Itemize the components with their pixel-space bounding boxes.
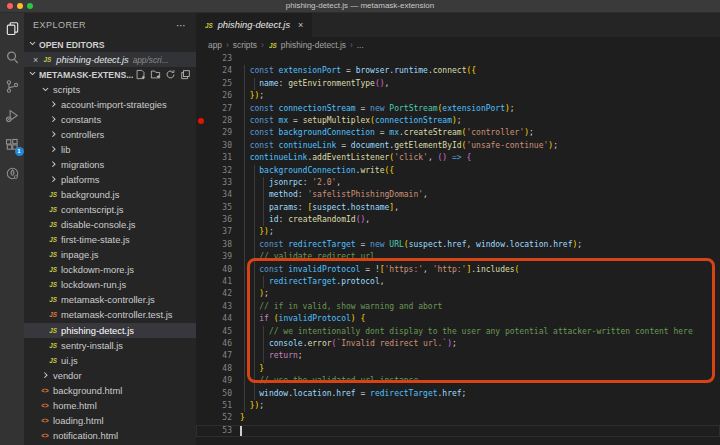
tree-item-loading-html[interactable]: <>loading.html xyxy=(24,413,196,428)
code-line-49[interactable]: 49 // use the validated url instance xyxy=(196,375,720,387)
line-number[interactable]: 38 xyxy=(206,239,232,251)
breadcrumb-item[interactable]: app xyxy=(208,40,222,50)
tree-item-first-time-state-js[interactable]: JSfirst-time-state.js xyxy=(24,232,196,247)
code-text[interactable]: }); xyxy=(232,90,720,102)
line-number[interactable]: 26 xyxy=(206,90,232,102)
breakpoint-gutter[interactable] xyxy=(196,326,206,338)
code-text[interactable]: ); xyxy=(232,288,720,300)
code-line-38[interactable]: 38 const redirectTarget = new URL(suspec… xyxy=(196,239,720,251)
code-text[interactable]: const redirectTarget = new URL(suspect.h… xyxy=(232,239,720,251)
zoom-window-button[interactable] xyxy=(27,3,33,9)
line-number[interactable]: 37 xyxy=(206,226,232,238)
collapse-all-icon[interactable] xyxy=(180,69,191,80)
breakpoint-gutter[interactable] xyxy=(196,288,206,300)
line-number[interactable]: 48 xyxy=(206,363,232,375)
code-line-33[interactable]: 33 jsonrpc: '2.0', xyxy=(196,177,720,189)
code-text[interactable]: // validate redirect url xyxy=(232,251,720,263)
refresh-icon[interactable] xyxy=(165,69,176,80)
tree-item-metamask-controller-test-js[interactable]: JSmetamask-controller.test.js xyxy=(24,307,196,322)
tree-item-lockdown-run-js[interactable]: JSlockdown-run.js xyxy=(24,277,196,292)
code-text[interactable]: window.location.href = redirectTarget.hr… xyxy=(232,388,720,400)
code-line-44[interactable]: 44 if (invalidProtocol) { xyxy=(196,313,720,325)
breakpoint-gutter[interactable] xyxy=(196,202,206,214)
line-number[interactable]: 24 xyxy=(206,65,232,77)
breakpoint-gutter[interactable] xyxy=(196,338,206,350)
line-number[interactable]: 33 xyxy=(206,177,232,189)
breakpoint-gutter[interactable] xyxy=(196,90,206,102)
code-line-37[interactable]: 37 }); xyxy=(196,226,720,238)
tree-item-background-html[interactable]: <>background.html xyxy=(24,383,196,398)
code-text[interactable]: method: 'safelistPhishingDomain', xyxy=(232,189,720,201)
tree-item-migrations[interactable]: migrations xyxy=(24,157,196,172)
line-number[interactable]: 44 xyxy=(206,313,232,325)
breakpoint-gutter[interactable] xyxy=(196,313,206,325)
breakpoint-gutter[interactable] xyxy=(196,264,206,276)
code-text[interactable]: const extensionPort = browser.runtime.co… xyxy=(232,65,720,77)
line-number[interactable]: 42 xyxy=(206,288,232,300)
tree-item-ui-js[interactable]: JSui.js xyxy=(24,353,196,368)
code-line-25[interactable]: 25 name: getEnvironmentType(), xyxy=(196,78,720,90)
code-editor[interactable]: 2324 const extensionPort = browser.runti… xyxy=(196,53,720,445)
breakpoint-gutter[interactable] xyxy=(196,165,206,177)
code-text[interactable] xyxy=(232,425,720,437)
code-line-42[interactable]: 42 ); xyxy=(196,288,720,300)
line-number[interactable]: 50 xyxy=(206,388,232,400)
code-line-36[interactable]: 36 id: createRandomId(), xyxy=(196,214,720,226)
tree-item-platforms[interactable]: platforms xyxy=(24,172,196,187)
code-line-31[interactable]: 31 continueLink.addEventListener('click'… xyxy=(196,152,720,164)
breakpoint-gutter[interactable] xyxy=(196,363,206,375)
tree-item-lockdown-more-js[interactable]: JSlockdown-more.js xyxy=(24,262,196,277)
line-number[interactable]: 45 xyxy=(206,326,232,338)
breadcrumb-item[interactable]: JSphishing-detect.js xyxy=(268,40,346,50)
line-number[interactable]: 27 xyxy=(206,103,232,115)
code-text[interactable]: continueLink.addEventListener('click', (… xyxy=(232,152,720,164)
minimize-window-button[interactable] xyxy=(17,3,23,9)
code-text[interactable]: const mx = setupMultiplex(connectionStre… xyxy=(232,115,720,127)
code-line-51[interactable]: 51 }); xyxy=(196,400,720,412)
breakpoint-gutter[interactable] xyxy=(196,400,206,412)
tree-item-metamask-controller-js[interactable]: JSmetamask-controller.js xyxy=(24,292,196,307)
line-number[interactable]: 35 xyxy=(206,202,232,214)
new-file-icon[interactable] xyxy=(135,69,146,80)
code-line-41[interactable]: 41 redirectTarget.protocol, xyxy=(196,276,720,288)
line-number[interactable]: 28 xyxy=(206,115,232,127)
code-line-32[interactable]: 32 backgroundConnection.write({ xyxy=(196,165,720,177)
tree-item-contentscript-js[interactable]: JScontentscript.js xyxy=(24,202,196,217)
tree-item-background-js[interactable]: JSbackground.js xyxy=(24,187,196,202)
close-window-button[interactable] xyxy=(7,3,13,9)
tree-item-home-html[interactable]: <>home.html xyxy=(24,398,196,413)
code-text[interactable]: id: createRandomId(), xyxy=(232,214,720,226)
code-line-29[interactable]: 29 const backgroundConnection = mx.creat… xyxy=(196,127,720,139)
explorer-icon[interactable] xyxy=(4,20,21,37)
code-text[interactable]: console.error(`Invalid redirect url.`); xyxy=(232,338,720,350)
breakpoint-gutter[interactable] xyxy=(196,152,206,164)
code-text[interactable]: const backgroundConnection = mx.createSt… xyxy=(232,127,720,139)
line-number[interactable]: 29 xyxy=(206,127,232,139)
breakpoint-gutter[interactable] xyxy=(196,78,206,90)
code-line-27[interactable]: 27 const connectionStream = new PortStre… xyxy=(196,103,720,115)
code-text[interactable]: params: [suspect.hostname], xyxy=(232,202,720,214)
line-number[interactable]: 40 xyxy=(206,264,232,276)
tree-item-account-import-strategies[interactable]: account-import-strategies xyxy=(24,97,196,112)
code-text[interactable]: return; xyxy=(232,350,720,362)
line-number[interactable]: 43 xyxy=(206,301,232,313)
breakpoint-gutter[interactable] xyxy=(196,276,206,288)
code-line-39[interactable]: 39 // validate redirect url xyxy=(196,251,720,263)
code-text[interactable]: const connectionStream = new PortStream(… xyxy=(232,103,720,115)
code-line-50[interactable]: 50 window.location.href = redirectTarget… xyxy=(196,388,720,400)
breakpoint-gutter[interactable] xyxy=(196,412,206,424)
close-editor-icon[interactable]: × xyxy=(33,55,38,65)
breakpoint-gutter[interactable] xyxy=(196,375,206,387)
code-line-45[interactable]: 45 // we intentionally dont display to t… xyxy=(196,326,720,338)
line-number[interactable]: 52 xyxy=(206,412,232,424)
close-tab-icon[interactable]: × xyxy=(298,20,303,30)
breadcrumb-item[interactable]: scripts xyxy=(233,40,257,50)
code-text[interactable]: name: getEnvironmentType(), xyxy=(232,78,720,90)
line-number[interactable]: 47 xyxy=(206,350,232,362)
code-line-43[interactable]: 43 // if in valid, show warning and abor… xyxy=(196,301,720,313)
code-text[interactable]: }); xyxy=(232,400,720,412)
code-text[interactable]: redirectTarget.protocol, xyxy=(232,276,720,288)
breadcrumb-item[interactable]: ... xyxy=(357,40,364,50)
line-number[interactable]: 39 xyxy=(206,251,232,263)
code-line-46[interactable]: 46 console.error(`Invalid redirect url.`… xyxy=(196,338,720,350)
